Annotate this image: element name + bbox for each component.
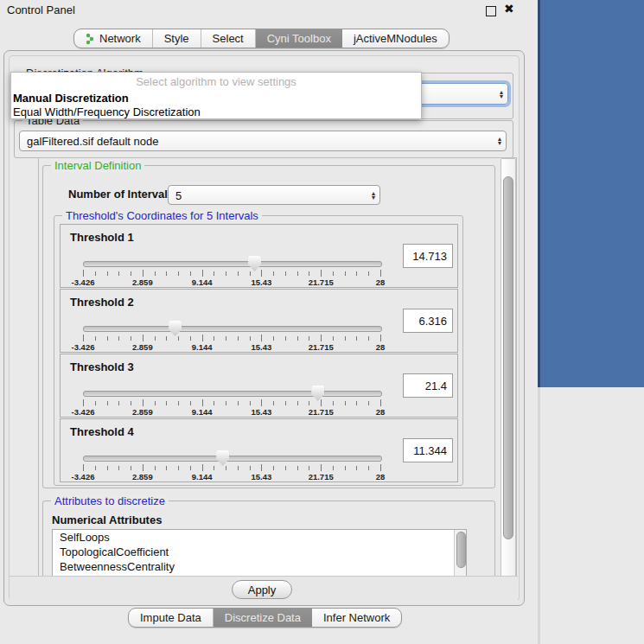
tab-jactivemnodules[interactable]: jActiveMNodules [342,29,449,48]
table-data-combobox[interactable]: galFiltered.sif default node ▴▾ [19,131,507,151]
slider-tick-labels: -3.4262.8599.14415.4321.71528 [83,342,380,352]
interval-group-title: Interval Definition [51,159,144,172]
tab-label: Infer Network [323,611,390,624]
tab-label: Network [99,32,141,45]
threshold-3-panel: Threshold 3 -3.4262.8599.14415.4321.7152… [60,354,458,418]
threshold-4-panel: Threshold 4 -3.4262.8599.14415.4321.7152… [60,418,458,482]
attributes-group-title: Attributes to discretize [51,494,169,507]
slider-ticks [83,270,380,277]
close-icon[interactable]: ✖ [504,2,514,16]
settings-scroll-area: Interval Definition Number of Intervals … [38,157,517,577]
tab-style[interactable]: Style [153,29,201,48]
list-scrollbar-thumb[interactable] [456,532,466,568]
attributes-group: Attributes to discretize Numerical Attri… [42,501,495,577]
threshold-value-field[interactable] [403,373,453,398]
combo-arrows-icon: ▴▾ [498,137,501,145]
slider-ticks [83,399,380,407]
settings-scrollbar[interactable] [501,158,516,577]
tab-label: Cyni Toolbox [267,32,331,45]
tab-label: Select [213,32,244,45]
attribute-item[interactable]: BetweennessCentrality [53,559,466,574]
threshold-slider[interactable] [83,456,382,462]
numerical-attributes-label: Numerical Attributes [52,513,162,526]
tab-select[interactable]: Select [201,29,256,48]
dropdown-item-manual-discretization[interactable]: Manual Discretization [13,92,129,105]
table-data-value: galFiltered.sif default node [27,135,158,148]
attribute-item[interactable]: TopologicalCoefficient [53,545,466,559]
tab-impute-data[interactable]: Impute Data [129,609,214,627]
apply-button[interactable]: Apply [232,580,292,599]
tab-label: Impute Data [140,611,201,624]
tab-label: Style [164,32,189,45]
interval-definition-group: Interval Definition Number of Intervals … [42,165,495,488]
table-panel: Table Panel ⚙ ✓ ✓ shared... na YDL19...Y… [538,387,644,644]
threshold-slider[interactable] [83,326,382,332]
slider-ticks [83,335,380,342]
top-tab-bar: Network Style Select Cyni Toolbox jActiv… [73,29,450,48]
threshold-slider[interactable] [83,391,382,397]
tab-cyni-toolbox[interactable]: Cyni Toolbox [256,29,342,48]
numerical-attributes-list[interactable]: SelfLoopsTopologicalCoefficientBetweenne… [52,529,467,577]
combo-arrows-icon: ▴▾ [500,90,503,99]
dropdown-item-equal-width[interactable]: Equal Width/Frequency Discretization [13,105,201,118]
float-window-icon[interactable] [486,6,496,16]
tab-discretize-data[interactable]: Discretize Data [214,609,312,627]
slider-tick-labels: -3.4262.8599.14415.4321.71528 [83,277,380,287]
threshold-1-panel: Threshold 1 -3.4262.8599.14415.4321.7152… [60,224,458,288]
number-of-intervals-label: Number of Intervals [68,188,174,201]
thresholds-group: Threshold's Coordinates for 5 Intervals … [54,215,463,486]
tab-network[interactable]: Network [74,29,153,48]
attribute-item[interactable]: SelfLoops [53,530,466,545]
tab-infer-network[interactable]: Infer Network [312,609,401,627]
dropdown-placeholder-item[interactable]: Select algorithm to view settings [11,75,421,88]
number-of-intervals-value: 5 [175,188,182,201]
threshold-value-field[interactable] [403,438,453,462]
panel-title: Control Panel [7,3,75,16]
apply-button-row: Apply [10,576,518,603]
network-window-frame: GAL80GACGAL11GAL4GCY1HHAP2 [538,0,644,387]
slider-tick-labels: -3.4262.8599.14415.4321.71528 [83,407,380,417]
threshold-slider[interactable] [83,261,382,267]
number-of-intervals-combobox[interactable]: 5 ▴▾ [168,185,380,205]
control-panel-window: Control Panel ✖ Network Style Select Cyn… [0,0,538,644]
slider-ticks [83,464,380,472]
bottom-tab-bar: Impute Data Discretize Data Infer Networ… [128,608,402,628]
threshold-2-panel: Threshold 2 -3.4262.8599.14415.4321.7152… [60,289,458,353]
tab-label: jActiveMNodules [354,32,437,45]
slider-tick-labels: -3.4262.8599.14415.4321.71528 [83,472,380,481]
threshold-value-field[interactable] [403,309,453,333]
thresholds-group-title: Threshold's Coordinates for 5 Intervals [62,209,262,222]
network-icon [86,33,95,45]
algorithm-dropdown-list: Select algorithm to view settings Manual… [10,72,422,119]
attribute-items: SelfLoopsTopologicalCoefficientBetweenne… [53,530,466,574]
list-scrollbar[interactable] [454,530,466,577]
settings-scrollbar-thumb[interactable] [503,176,513,539]
tab-label: Discretize Data [225,611,301,624]
combo-arrows-icon: ▴▾ [372,191,375,200]
threshold-value-field[interactable] [403,244,453,268]
